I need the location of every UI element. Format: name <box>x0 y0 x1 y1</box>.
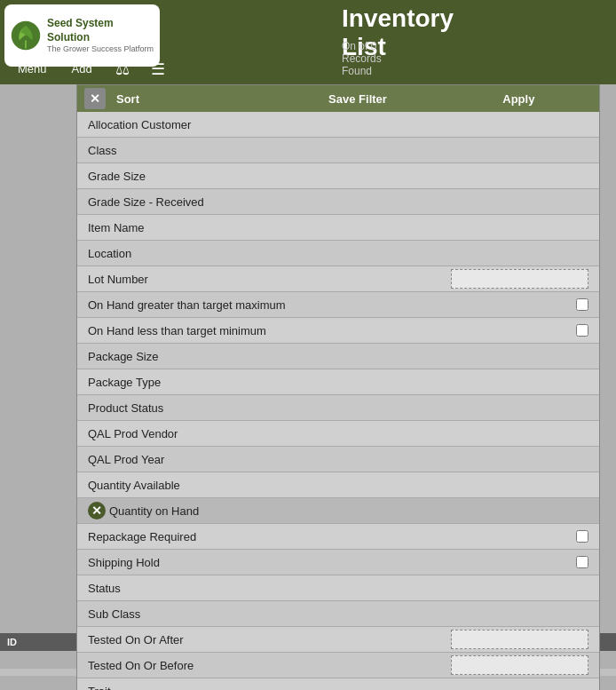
col-id: ID <box>2 637 77 647</box>
filter-row-input[interactable] <box>451 655 588 675</box>
filter-row[interactable]: Shipping Hold <box>77 550 599 575</box>
filter-row-label: Shipping Hold <box>88 556 576 569</box>
filter-row-label: QAL Prod Year <box>88 453 588 466</box>
filter-row[interactable]: Class <box>77 138 599 163</box>
filter-row-checkbox[interactable] <box>576 556 588 568</box>
logo-name: Seed System Solution <box>47 17 154 44</box>
filter-row-label: Status <box>88 582 588 595</box>
filter-rows-container: Allocation CustomerClassGrade SizeGrade … <box>77 112 599 690</box>
filter-row[interactable]: Grade Size <box>77 163 599 189</box>
filter-row[interactable]: Package Type <box>77 369 599 395</box>
filter-apply-label[interactable]: Apply <box>438 92 599 106</box>
filter-row-label: Location <box>88 247 588 260</box>
filter-row-checkbox[interactable] <box>576 298 588 311</box>
filter-row[interactable]: Item Name <box>77 215 599 241</box>
filter-row[interactable]: Status <box>77 575 599 601</box>
filter-row[interactable]: Repackage Required <box>77 524 599 550</box>
filter-row[interactable]: Location <box>77 241 599 266</box>
filter-header: ✕ Sort Save Filter Apply <box>77 85 599 112</box>
filter-row-input[interactable] <box>451 630 588 649</box>
filter-row[interactable]: QAL Prod Year <box>77 447 599 472</box>
filter-row-label: Grade Size <box>88 170 588 183</box>
filter-row-checkbox[interactable] <box>576 324 588 337</box>
filter-row-label: Product Status <box>88 401 588 415</box>
filter-row[interactable]: Package Size <box>77 344 599 369</box>
filter-row-label: Quantity Available <box>88 479 588 492</box>
logo-subtitle: The Grower Success Platform <box>47 44 154 54</box>
filter-sort-label: Sort <box>113 92 277 106</box>
filter-row-label: Class <box>88 144 588 157</box>
filter-row[interactable]: On Hand less than target minimum <box>77 318 599 344</box>
filter-row[interactable]: Grade Size - Received <box>77 189 599 215</box>
logo-icon <box>10 20 42 52</box>
filter-row[interactable]: Trait <box>77 678 599 690</box>
filter-row-label: Tested On Or Before <box>88 659 451 672</box>
filter-row[interactable]: Sub Class <box>77 601 599 627</box>
filter-row-label: Trait <box>88 685 588 691</box>
filter-panel: ✕ Sort Save Filter Apply Allocation Cust… <box>76 84 600 690</box>
filter-row[interactable]: Tested On Or Before <box>77 653 599 678</box>
filter-row-label: Item Name <box>88 221 588 234</box>
filter-row[interactable]: Tested On Or After <box>77 627 599 653</box>
filter-row-label: Tested On Or After <box>88 633 451 646</box>
filter-row[interactable]: ✕Quantity on Hand <box>77 498 599 524</box>
filter-row-label: Repackage Required <box>88 530 576 543</box>
filter-row[interactable]: Lot Number <box>77 266 599 292</box>
filter-row-label: Grade Size - Received <box>88 195 588 209</box>
filter-row-input[interactable] <box>451 269 588 289</box>
filter-row[interactable]: On Hand greater than target maximum <box>77 292 599 318</box>
filter-row-label: QAL Prod Vendor <box>88 427 588 440</box>
filter-row-label: On Hand less than target minimum <box>88 324 576 337</box>
filter-row[interactable]: Quantity Available <box>77 472 599 498</box>
logo-box: Seed System Solution The Grower Success … <box>4 4 160 67</box>
filter-save-label[interactable]: Save Filter <box>277 92 438 106</box>
filter-row-label: Package Type <box>88 376 588 389</box>
active-indicator: ✕ <box>88 502 106 519</box>
records-info: On of 0 Records Found <box>342 40 382 77</box>
filter-row-label: Quantity on Hand <box>109 504 588 518</box>
filter-row-label: Lot Number <box>88 273 451 286</box>
filter-row-label: On Hand greater than target maximum <box>88 298 576 312</box>
filter-row-label: Sub Class <box>88 607 588 621</box>
filter-row-label: Package Size <box>88 350 588 363</box>
filter-row[interactable]: QAL Prod Vendor <box>77 421 599 447</box>
filter-row-label: Allocation Customer <box>88 118 588 131</box>
filter-row-checkbox[interactable] <box>576 530 588 543</box>
filter-close-button[interactable]: ✕ <box>84 88 106 109</box>
filter-row[interactable]: Product Status <box>77 395 599 421</box>
filter-row[interactable]: Allocation Customer <box>77 112 599 138</box>
header-bar: Seed System Solution The Grower Success … <box>0 0 616 53</box>
